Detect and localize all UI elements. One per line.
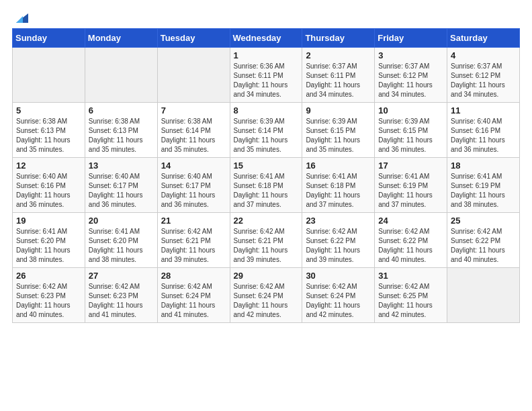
day-number: 20 (89, 216, 154, 226)
day-number: 10 (378, 105, 443, 116)
day-info: Sunrise: 6:42 AM Sunset: 6:23 PM Dayligh… (16, 282, 81, 320)
day-number: 30 (306, 271, 371, 281)
calendar-cell: 26Sunrise: 6:42 AM Sunset: 6:23 PM Dayli… (13, 268, 85, 323)
day-info: Sunrise: 6:39 AM Sunset: 6:15 PM Dayligh… (306, 117, 371, 154)
calendar-cell: 22Sunrise: 6:42 AM Sunset: 6:21 PM Dayli… (230, 213, 302, 268)
day-number: 29 (234, 271, 299, 281)
day-number: 21 (161, 216, 226, 226)
calendar-cell: 29Sunrise: 6:42 AM Sunset: 6:24 PM Dayli… (230, 268, 302, 323)
day-number: 7 (161, 105, 226, 116)
day-number: 18 (451, 161, 516, 171)
day-info: Sunrise: 6:39 AM Sunset: 6:14 PM Dayligh… (234, 117, 299, 154)
page: SundayMondayTuesdayWednesdayThursdayFrid… (0, 0, 532, 411)
calendar-cell: 3Sunrise: 6:37 AM Sunset: 6:12 PM Daylig… (375, 48, 447, 103)
day-number: 2 (306, 50, 371, 60)
day-number: 25 (451, 216, 516, 226)
day-info: Sunrise: 6:42 AM Sunset: 6:22 PM Dayligh… (451, 227, 516, 265)
day-info: Sunrise: 6:38 AM Sunset: 6:13 PM Dayligh… (89, 117, 154, 154)
logo (12, 12, 28, 21)
calendar-table: SundayMondayTuesdayWednesdayThursdayFrid… (12, 28, 520, 323)
svg-marker-1 (16, 16, 23, 23)
day-number: 19 (16, 216, 81, 226)
calendar-cell: 2Sunrise: 6:37 AM Sunset: 6:11 PM Daylig… (302, 48, 375, 103)
header (12, 12, 520, 21)
day-info: Sunrise: 6:40 AM Sunset: 6:16 PM Dayligh… (451, 117, 516, 154)
calendar-week-row: 1Sunrise: 6:36 AM Sunset: 6:11 PM Daylig… (13, 48, 520, 103)
weekday-header-wednesday: Wednesday (230, 29, 302, 48)
calendar-cell: 23Sunrise: 6:42 AM Sunset: 6:22 PM Dayli… (302, 213, 375, 268)
calendar-cell: 9Sunrise: 6:39 AM Sunset: 6:15 PM Daylig… (302, 103, 375, 158)
day-info: Sunrise: 6:41 AM Sunset: 6:20 PM Dayligh… (16, 227, 81, 265)
calendar-cell: 27Sunrise: 6:42 AM Sunset: 6:23 PM Dayli… (85, 268, 157, 323)
day-number: 17 (378, 161, 443, 171)
calendar-cell: 6Sunrise: 6:38 AM Sunset: 6:13 PM Daylig… (85, 103, 157, 158)
calendar-cell: 19Sunrise: 6:41 AM Sunset: 6:20 PM Dayli… (13, 213, 85, 268)
calendar-cell: 16Sunrise: 6:41 AM Sunset: 6:18 PM Dayli… (302, 158, 375, 213)
day-info: Sunrise: 6:38 AM Sunset: 6:13 PM Dayligh… (16, 117, 81, 154)
day-number: 9 (306, 105, 371, 116)
calendar-cell: 18Sunrise: 6:41 AM Sunset: 6:19 PM Dayli… (447, 158, 520, 213)
calendar-cell: 10Sunrise: 6:39 AM Sunset: 6:15 PM Dayli… (375, 103, 447, 158)
day-number: 12 (16, 161, 81, 171)
calendar-cell: 17Sunrise: 6:41 AM Sunset: 6:19 PM Dayli… (375, 158, 447, 213)
day-number: 23 (306, 216, 371, 226)
day-info: Sunrise: 6:37 AM Sunset: 6:12 PM Dayligh… (378, 62, 443, 99)
weekday-header-row: SundayMondayTuesdayWednesdayThursdayFrid… (13, 29, 520, 48)
calendar-cell: 25Sunrise: 6:42 AM Sunset: 6:22 PM Dayli… (447, 213, 520, 268)
day-number: 13 (89, 161, 154, 171)
day-info: Sunrise: 6:39 AM Sunset: 6:15 PM Dayligh… (378, 117, 443, 154)
calendar-cell: 11Sunrise: 6:40 AM Sunset: 6:16 PM Dayli… (447, 103, 520, 158)
day-number: 31 (378, 271, 443, 281)
day-info: Sunrise: 6:37 AM Sunset: 6:11 PM Dayligh… (306, 62, 371, 99)
weekday-header-saturday: Saturday (447, 29, 520, 48)
day-info: Sunrise: 6:41 AM Sunset: 6:18 PM Dayligh… (306, 172, 371, 210)
calendar-cell (13, 48, 85, 103)
day-info: Sunrise: 6:42 AM Sunset: 6:22 PM Dayligh… (306, 227, 371, 265)
calendar-cell (447, 268, 520, 323)
calendar-week-row: 26Sunrise: 6:42 AM Sunset: 6:23 PM Dayli… (13, 268, 520, 323)
day-number: 26 (16, 271, 81, 281)
calendar-cell: 1Sunrise: 6:36 AM Sunset: 6:11 PM Daylig… (230, 48, 302, 103)
day-info: Sunrise: 6:40 AM Sunset: 6:17 PM Dayligh… (161, 172, 226, 210)
weekday-header-sunday: Sunday (13, 29, 85, 48)
calendar-cell: 30Sunrise: 6:42 AM Sunset: 6:24 PM Dayli… (302, 268, 375, 323)
calendar-cell: 14Sunrise: 6:40 AM Sunset: 6:17 PM Dayli… (157, 158, 230, 213)
day-number: 15 (234, 161, 299, 171)
day-number: 5 (16, 105, 81, 116)
day-info: Sunrise: 6:40 AM Sunset: 6:17 PM Dayligh… (89, 172, 154, 210)
day-info: Sunrise: 6:41 AM Sunset: 6:18 PM Dayligh… (234, 172, 299, 210)
calendar-cell: 21Sunrise: 6:42 AM Sunset: 6:21 PM Dayli… (157, 213, 230, 268)
calendar-cell: 4Sunrise: 6:37 AM Sunset: 6:12 PM Daylig… (447, 48, 520, 103)
calendar-week-row: 5Sunrise: 6:38 AM Sunset: 6:13 PM Daylig… (13, 103, 520, 158)
day-info: Sunrise: 6:37 AM Sunset: 6:12 PM Dayligh… (451, 62, 516, 99)
day-info: Sunrise: 6:41 AM Sunset: 6:20 PM Dayligh… (89, 227, 154, 265)
day-info: Sunrise: 6:40 AM Sunset: 6:16 PM Dayligh… (16, 172, 81, 210)
calendar-week-row: 12Sunrise: 6:40 AM Sunset: 6:16 PM Dayli… (13, 158, 520, 213)
calendar-cell (85, 48, 157, 103)
calendar-cell: 20Sunrise: 6:41 AM Sunset: 6:20 PM Dayli… (85, 213, 157, 268)
day-number: 24 (378, 216, 443, 226)
day-number: 3 (378, 50, 443, 60)
day-number: 11 (451, 105, 516, 116)
calendar-cell: 31Sunrise: 6:42 AM Sunset: 6:25 PM Dayli… (375, 268, 447, 323)
day-number: 22 (234, 216, 299, 226)
day-info: Sunrise: 6:42 AM Sunset: 6:25 PM Dayligh… (378, 282, 443, 320)
day-info: Sunrise: 6:42 AM Sunset: 6:24 PM Dayligh… (161, 282, 226, 320)
weekday-header-monday: Monday (85, 29, 157, 48)
logo-text (12, 12, 28, 26)
day-number: 1 (234, 50, 299, 60)
day-info: Sunrise: 6:42 AM Sunset: 6:23 PM Dayligh… (89, 282, 154, 320)
day-info: Sunrise: 6:38 AM Sunset: 6:14 PM Dayligh… (161, 117, 226, 154)
day-number: 6 (89, 105, 154, 116)
day-number: 8 (234, 105, 299, 116)
calendar-cell: 24Sunrise: 6:42 AM Sunset: 6:22 PM Dayli… (375, 213, 447, 268)
weekday-header-friday: Friday (375, 29, 447, 48)
day-info: Sunrise: 6:41 AM Sunset: 6:19 PM Dayligh… (451, 172, 516, 210)
calendar-cell: 7Sunrise: 6:38 AM Sunset: 6:14 PM Daylig… (157, 103, 230, 158)
calendar-cell: 12Sunrise: 6:40 AM Sunset: 6:16 PM Dayli… (13, 158, 85, 213)
logo-icon (13, 11, 28, 26)
day-info: Sunrise: 6:42 AM Sunset: 6:21 PM Dayligh… (161, 227, 226, 265)
calendar-cell (157, 48, 230, 103)
day-number: 27 (89, 271, 154, 281)
calendar-cell: 15Sunrise: 6:41 AM Sunset: 6:18 PM Dayli… (230, 158, 302, 213)
